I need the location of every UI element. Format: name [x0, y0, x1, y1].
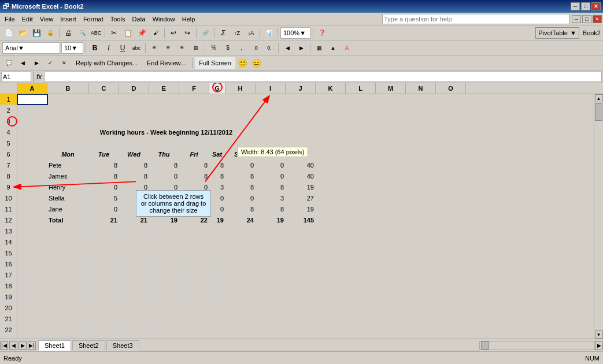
cell-r2c7[interactable]	[225, 105, 256, 116]
sort-desc-button[interactable]: ↓A	[245, 27, 257, 39]
cell-r10c9[interactable]: 27	[286, 193, 316, 203]
cell-r2c9[interactable]	[286, 105, 316, 116]
cell-r23c9[interactable]	[286, 336, 316, 339]
row-number-17[interactable]: 17	[0, 270, 17, 280]
col-header-M[interactable]: M	[376, 83, 406, 94]
cell-r16c6[interactable]	[209, 259, 225, 269]
close-button[interactable]: ✕	[591, 2, 601, 10]
cell-r14c0[interactable]	[17, 237, 47, 247]
first-tab-button[interactable]: |◀	[0, 341, 8, 350]
cell-r20c8[interactable]	[256, 303, 286, 313]
cell-r8c3[interactable]: 8	[119, 171, 149, 181]
cell-r13c8[interactable]	[256, 226, 286, 236]
row-number-9[interactable]: 9	[0, 182, 17, 192]
prev-change-button[interactable]: ◀	[16, 57, 29, 69]
cell-r15c14[interactable]	[436, 248, 466, 258]
cell-r23c10[interactable]	[316, 336, 346, 339]
cell-r13c4[interactable]	[149, 226, 179, 236]
menu-window[interactable]: Window	[149, 14, 179, 24]
cell-r20c3[interactable]	[119, 303, 149, 313]
cell-r8c4[interactable]: 0	[149, 171, 179, 181]
cell-r14c1[interactable]	[47, 237, 89, 247]
cell-r3c0[interactable]	[17, 116, 47, 127]
row-number-10[interactable]: 10	[0, 193, 17, 203]
row-number-3[interactable]: 3	[0, 116, 17, 127]
cell-r17c2[interactable]	[89, 270, 119, 280]
next-tab-button[interactable]: ▶	[19, 341, 27, 350]
cell-r8c5[interactable]: 8	[179, 171, 209, 181]
cell-r21c0[interactable]	[17, 314, 47, 324]
cell-r20c10[interactable]	[316, 303, 346, 313]
cell-r12c8[interactable]: 19	[256, 215, 286, 225]
col-header-F[interactable]: F	[179, 83, 209, 94]
cell-r20c0[interactable]	[17, 303, 47, 313]
cell-r19c1[interactable]	[47, 292, 89, 302]
col-header-D[interactable]: D	[119, 83, 149, 94]
cell-r19c6[interactable]	[209, 292, 225, 302]
print-button[interactable]: 🖨	[62, 27, 75, 39]
pivot-table-dropdown[interactable]: PivotTable▼	[535, 27, 579, 39]
cell-r10c1[interactable]: Stella	[47, 193, 89, 203]
cell-r1c8[interactable]	[256, 94, 286, 105]
cell-r17c6[interactable]	[209, 270, 225, 280]
cell-r14c14[interactable]	[436, 237, 466, 247]
cell-r20c11[interactable]	[346, 303, 376, 313]
cell-r20c13[interactable]	[406, 303, 436, 313]
new-button[interactable]: 📄	[2, 27, 15, 39]
col-header-I[interactable]: I	[256, 83, 286, 94]
cell-r5c13[interactable]	[406, 138, 436, 148]
cell-r5c5[interactable]	[179, 138, 209, 148]
minimize-button[interactable]: ─	[571, 2, 580, 10]
cell-r16c5[interactable]	[179, 259, 209, 269]
cell-r16c7[interactable]	[225, 259, 256, 269]
col-header-J[interactable]: J	[286, 83, 316, 94]
cell-r14c8[interactable]	[256, 237, 286, 247]
cell-r10c6[interactable]: 0	[209, 193, 225, 203]
cell-r18c2[interactable]	[89, 281, 119, 291]
window-close-button[interactable]: ✕	[593, 15, 602, 23]
cell-r18c13[interactable]	[406, 281, 436, 291]
window-minimize-button[interactable]: ─	[572, 15, 581, 23]
cell-r8c2[interactable]: 8	[89, 171, 119, 181]
formula-input[interactable]	[44, 72, 602, 82]
cell-r20c1[interactable]	[47, 303, 89, 313]
row-number-1[interactable]: 1	[0, 94, 17, 105]
cell-r23c6[interactable]	[209, 336, 225, 339]
menu-edit[interactable]: Edit	[19, 14, 36, 24]
cell-r19c14[interactable]	[436, 292, 466, 302]
cell-r13c10[interactable]	[316, 226, 346, 236]
cell-r22c10[interactable]	[316, 325, 346, 335]
cell-r5c1[interactable]	[47, 138, 89, 148]
cell-r3c12[interactable]	[376, 116, 406, 127]
cell-r14c7[interactable]	[225, 237, 256, 247]
cell-r18c12[interactable]	[376, 281, 406, 291]
cell-r21c14[interactable]	[436, 314, 466, 324]
col-header-A[interactable]: A	[17, 83, 47, 94]
cell-r15c4[interactable]	[149, 248, 179, 258]
cell-r7c5[interactable]: 8	[179, 160, 209, 170]
cell-r13c11[interactable]	[346, 226, 376, 236]
cell-r2c2[interactable]	[89, 105, 119, 116]
cell-r13c3[interactable]	[119, 226, 149, 236]
cell-r17c14[interactable]	[436, 270, 466, 280]
cell-r1c10[interactable]	[316, 94, 346, 105]
cell-r1c13[interactable]	[406, 94, 436, 105]
cell-r17c5[interactable]	[179, 270, 209, 280]
cell-r19c3[interactable]	[119, 292, 149, 302]
row-number-7[interactable]: 7	[0, 160, 17, 170]
cell-r2c11[interactable]	[346, 105, 376, 116]
last-tab-button[interactable]: ▶|	[28, 341, 36, 350]
cell-r15c0[interactable]	[17, 248, 47, 258]
cell-r22c8[interactable]	[256, 325, 286, 335]
cell-r5c4[interactable]	[149, 138, 179, 148]
row-number-19[interactable]: 19	[0, 292, 17, 302]
row-number-13[interactable]: 13	[0, 226, 17, 236]
cell-r12c9[interactable]: 145	[286, 215, 316, 225]
row-number-21[interactable]: 21	[0, 314, 17, 324]
row-number-20[interactable]: 20	[0, 303, 17, 313]
cell-r1c3[interactable]	[119, 94, 149, 105]
cell-r13c12[interactable]	[376, 226, 406, 236]
cell-r8c1[interactable]: James	[47, 171, 89, 181]
underline-button[interactable]: U	[116, 42, 129, 54]
cell-r2c4[interactable]	[149, 105, 179, 116]
